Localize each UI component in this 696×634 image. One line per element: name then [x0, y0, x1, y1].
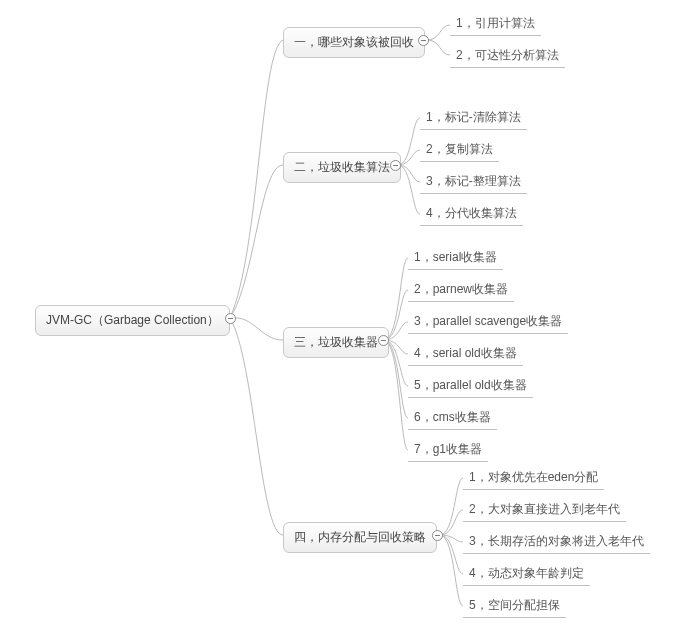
branch-node-4[interactable]: 四，内存分配与回收策略: [283, 522, 437, 553]
leaf-1-2[interactable]: 2，可达性分析算法: [450, 44, 565, 68]
leaf-3-1[interactable]: 1，serial收集器: [408, 246, 503, 270]
leaf-3-3[interactable]: 3，parallel scavenge收集器: [408, 310, 568, 334]
toggle-branch-4[interactable]: [432, 530, 443, 541]
branch-node-3[interactable]: 三，垃圾收集器: [283, 327, 389, 358]
leaf-3-5[interactable]: 5，parallel old收集器: [408, 374, 533, 398]
root-label: JVM-GC（Garbage Collection）: [46, 313, 219, 327]
leaf-1-1[interactable]: 1，引用计算法: [450, 12, 541, 36]
toggle-branch-1[interactable]: [418, 35, 429, 46]
branch-label-3: 三，垃圾收集器: [294, 335, 378, 349]
branch-label-1: 一，哪些对象该被回收: [294, 35, 414, 49]
branch-label-2: 二，垃圾收集算法: [294, 160, 390, 174]
leaf-4-1[interactable]: 1，对象优先在eden分配: [463, 466, 604, 490]
leaf-4-3[interactable]: 3，长期存活的对象将进入老年代: [463, 530, 650, 554]
leaf-3-2[interactable]: 2，parnew收集器: [408, 278, 514, 302]
leaf-2-2[interactable]: 2，复制算法: [420, 138, 499, 162]
leaf-2-4[interactable]: 4，分代收集算法: [420, 202, 523, 226]
root-node[interactable]: JVM-GC（Garbage Collection）: [35, 305, 230, 336]
branch-node-1[interactable]: 一，哪些对象该被回收: [283, 27, 425, 58]
toggle-branch-2[interactable]: [390, 160, 401, 171]
leaf-4-4[interactable]: 4，动态对象年龄判定: [463, 562, 590, 586]
leaf-4-2[interactable]: 2，大对象直接进入到老年代: [463, 498, 626, 522]
branch-label-4: 四，内存分配与回收策略: [294, 530, 426, 544]
leaf-2-3[interactable]: 3，标记-整理算法: [420, 170, 527, 194]
toggle-branch-3[interactable]: [378, 335, 389, 346]
toggle-root[interactable]: [225, 313, 236, 324]
leaf-3-4[interactable]: 4，serial old收集器: [408, 342, 523, 366]
leaf-4-5[interactable]: 5，空间分配担保: [463, 594, 566, 618]
branch-node-2[interactable]: 二，垃圾收集算法: [283, 152, 401, 183]
leaf-3-7[interactable]: 7，g1收集器: [408, 438, 488, 462]
leaf-3-6[interactable]: 6，cms收集器: [408, 406, 497, 430]
leaf-2-1[interactable]: 1，标记-清除算法: [420, 106, 527, 130]
